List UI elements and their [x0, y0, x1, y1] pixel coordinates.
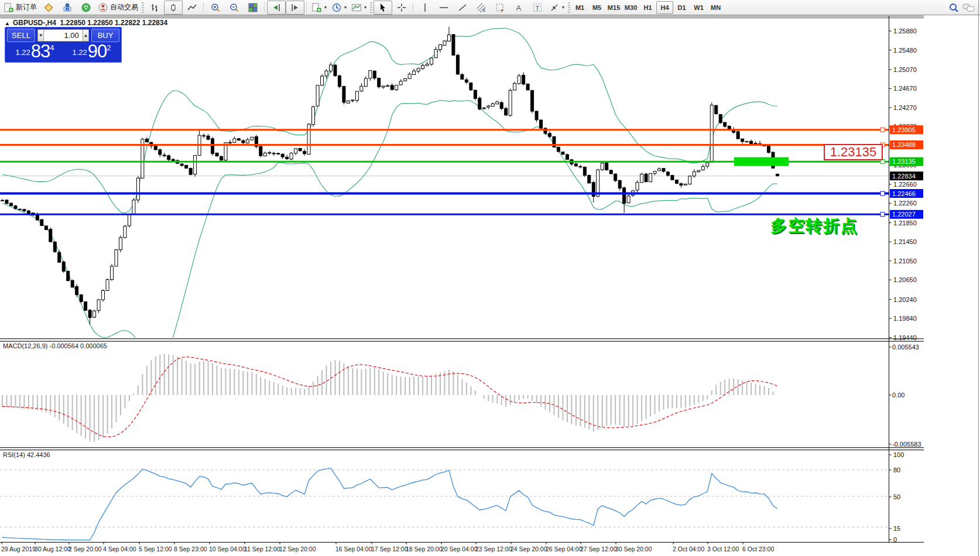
rsi-axis-label: 80: [893, 466, 900, 473]
candle-body: [645, 174, 647, 181]
text-button[interactable]: A: [509, 1, 528, 15]
candle-body: [649, 173, 652, 181]
candle-body: [605, 163, 608, 170]
horizontal-line-button[interactable]: [434, 1, 453, 15]
tab-timeframe-H4[interactable]: H4: [656, 1, 673, 14]
svg-text:F: F: [501, 9, 503, 13]
candle-body: [185, 165, 188, 168]
chart-shift-button[interactable]: [286, 1, 304, 15]
price-tag: 1.22834: [890, 171, 923, 180]
strategy-tester-button[interactable]: [58, 1, 77, 15]
tab-timeframe-M1[interactable]: M1: [571, 1, 588, 14]
candle-body: [623, 188, 626, 204]
bar-chart-icon: [149, 2, 160, 13]
fibo-expansion-button[interactable]: F: [491, 1, 509, 15]
chart-shift-icon: [290, 2, 300, 13]
macd-signal-line: [2, 357, 777, 437]
time-axis-label: 20 Sep 04:00: [441, 545, 478, 552]
auto-scroll-button[interactable]: [267, 1, 286, 15]
text-label-button[interactable]: T: [528, 1, 547, 15]
time-axis-label: 23 Sep 12:00: [475, 545, 512, 552]
zoom-out-button[interactable]: [225, 1, 244, 15]
zoom-in-button[interactable]: [206, 1, 225, 15]
candle-body: [443, 41, 446, 45]
tab-timeframe-W1[interactable]: W1: [690, 1, 707, 14]
vertical-line-button[interactable]: [416, 1, 434, 15]
volume-input[interactable]: [44, 29, 83, 42]
candle-body: [18, 209, 21, 210]
candle-body: [97, 300, 100, 310]
candle-body: [299, 149, 301, 151]
indicators-button[interactable]: ▾: [349, 1, 369, 15]
candle-body: [736, 132, 739, 139]
candle-body: [154, 146, 157, 150]
highlight-rect[interactable]: [734, 157, 789, 166]
candle-body: [566, 155, 568, 159]
metaeditor-icon: [43, 2, 54, 13]
sell-price[interactable]: 1.22 83 4: [7, 42, 63, 61]
candle-body: [549, 133, 551, 136]
tile-windows-button[interactable]: [244, 1, 262, 15]
fibonacci-button[interactable]: E: [472, 1, 491, 15]
chat-icon[interactable]: [962, 2, 975, 13]
volume-decrease-button[interactable]: ▼: [37, 29, 44, 42]
candlestick-chart-button[interactable]: [164, 1, 183, 15]
search-icon[interactable]: [948, 2, 959, 13]
cursor-button[interactable]: [374, 1, 392, 15]
metaeditor-button[interactable]: [39, 1, 58, 15]
line-handle[interactable]: [880, 128, 885, 132]
buy-button[interactable]: BUY: [91, 29, 119, 42]
candle-body: [456, 55, 459, 74]
chart-canvas[interactable]: 1.258801.254801.250701.246701.242701.238…: [0, 0, 980, 556]
period-button[interactable]: ▾: [329, 1, 349, 15]
price-axis-label: 1.22660: [893, 181, 917, 188]
candle-body: [145, 139, 148, 142]
toolbar-grip: [568, 2, 570, 13]
line-handle[interactable]: [880, 212, 885, 217]
candle-body: [408, 74, 411, 79]
price-axis-label: 1.22260: [893, 200, 917, 207]
crosshair-button[interactable]: [392, 1, 411, 15]
autotrading-button[interactable]: 自动交易: [95, 1, 141, 15]
new-chart-button[interactable]: ▾: [309, 1, 329, 15]
svg-text:A: A: [516, 4, 522, 12]
candle-body: [364, 78, 367, 87]
candle-body: [609, 170, 612, 174]
new-order-button[interactable]: 新订单: [1, 1, 39, 15]
volume-increase-button[interactable]: ▲: [83, 29, 89, 42]
line-chart-button[interactable]: [183, 1, 201, 15]
candle-body: [513, 84, 516, 90]
tab-timeframe-M30[interactable]: M30: [622, 1, 639, 14]
panel-separator: [0, 341, 924, 342]
arrows-button[interactable]: ▾: [547, 1, 567, 15]
panel-separator: [0, 449, 924, 450]
time-axis-label: 2 Sep 20:00: [68, 545, 102, 552]
sell-button[interactable]: SELL: [7, 29, 35, 42]
collapse-arrow-icon[interactable]: ▲: [5, 20, 10, 26]
signals-button[interactable]: [77, 1, 95, 15]
candle-body: [373, 71, 376, 78]
chinese-note-annotation[interactable]: 多空转折点: [770, 215, 858, 237]
candle-body: [461, 74, 464, 79]
candle-body: [487, 106, 490, 107]
buy-price[interactable]: 1.22 90 2: [64, 42, 119, 61]
signals-icon: [81, 2, 91, 13]
toolbar-separator: [264, 2, 265, 13]
tab-timeframe-D1[interactable]: D1: [673, 1, 690, 14]
fibo-expansion-icon: F: [495, 2, 505, 13]
bar-chart-button[interactable]: [145, 1, 164, 15]
candle-body: [159, 150, 162, 155]
trendline-button[interactable]: [453, 1, 472, 15]
price-text-annotation[interactable]: 1.23135: [824, 144, 883, 160]
autotrading-label: 自动交易: [110, 2, 138, 12]
tab-timeframe-M5[interactable]: M5: [588, 1, 605, 14]
tab-timeframe-M15[interactable]: M15: [605, 1, 622, 14]
tile-windows-icon: [248, 2, 258, 13]
buy-price-small: 1.22: [72, 45, 87, 60]
line-handle[interactable]: [880, 191, 885, 195]
tab-timeframe-H1[interactable]: H1: [639, 1, 656, 14]
panel-separator: [0, 18, 924, 18]
candle-body: [697, 170, 700, 171]
chart-title: ▲GBPUSD-,H4 1.22850 1.22850 1.22822 1.22…: [5, 19, 167, 27]
tab-timeframe-MN[interactable]: MN: [707, 1, 724, 14]
